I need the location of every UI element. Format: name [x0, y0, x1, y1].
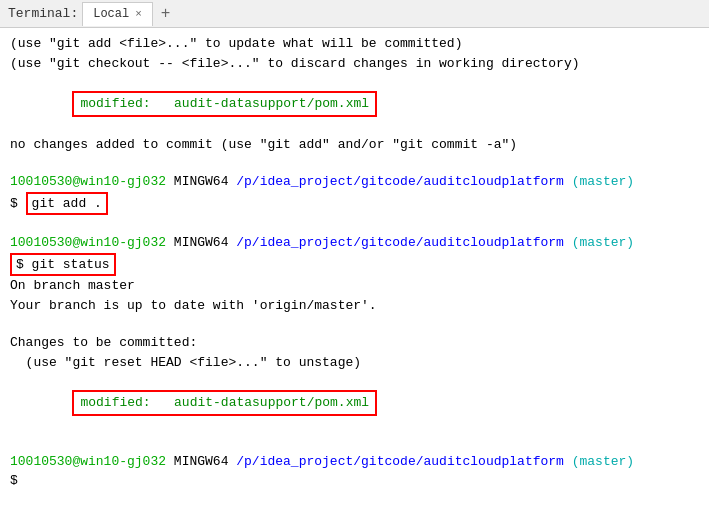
prompt-line: 10010530@win10-gj032 MINGW64 /p/idea_pro… [10, 172, 699, 192]
indent [10, 395, 72, 410]
terminal-line: (use "git add <file>..." to update what … [10, 34, 699, 54]
command-line: $ git add . [10, 192, 699, 216]
modified-line: modified: audit-datasupport/pom.xml [10, 91, 699, 117]
cmd-box: git add . [26, 192, 108, 216]
prompt-path: /p/idea_project/gitcode/auditcloudplatfo… [236, 174, 564, 189]
prompt-path: /p/idea_project/gitcode/auditcloudplatfo… [236, 454, 564, 469]
command-line: $ git status [10, 253, 699, 277]
terminal-line: Your branch is up to date with 'origin/m… [10, 296, 699, 316]
prompt-space: MINGW64 [166, 235, 236, 250]
indent [10, 96, 72, 111]
terminal-line: On branch master [10, 276, 699, 296]
cmd-prefix: $ [10, 196, 26, 211]
terminal-line: $ [10, 471, 699, 491]
tab-bar: Terminal: Local × + [0, 0, 709, 28]
prompt-user: 10010530@win10-gj032 [10, 174, 166, 189]
tab-local[interactable]: Local × [82, 2, 153, 26]
prompt-space: MINGW64 [166, 174, 236, 189]
empty-line [10, 372, 699, 390]
prompt-line: 10010530@win10-gj032 MINGW64 /p/idea_pro… [10, 452, 699, 472]
modified-box: modified: audit-datasupport/pom.xml [72, 91, 377, 117]
tab-close-icon[interactable]: × [135, 8, 142, 20]
prompt-user: 10010530@win10-gj032 [10, 235, 166, 250]
empty-line [10, 154, 699, 172]
terminal-body: (use "git add <file>..." to update what … [0, 28, 709, 530]
prompt-space: MINGW64 [166, 454, 236, 469]
terminal-label: Terminal: [8, 6, 78, 21]
empty-line [10, 416, 699, 434]
prompt-user: 10010530@win10-gj032 [10, 454, 166, 469]
tab-local-label: Local [93, 7, 129, 21]
prompt-branch: (master) [564, 235, 634, 250]
terminal-line: Changes to be committed: [10, 333, 699, 353]
empty-line [10, 215, 699, 233]
prompt-branch: (master) [564, 174, 634, 189]
prompt-line: 10010530@win10-gj032 MINGW64 /p/idea_pro… [10, 233, 699, 253]
terminal-line: (use "git checkout -- <file>..." to disc… [10, 54, 699, 74]
empty-line [10, 315, 699, 333]
terminal-line: (use "git reset HEAD <file>..." to unsta… [10, 353, 699, 373]
empty-line [10, 117, 699, 135]
modified-box: modified: audit-datasupport/pom.xml [72, 390, 377, 416]
empty-line [10, 434, 699, 452]
modified-line: modified: audit-datasupport/pom.xml [10, 390, 699, 416]
cmd-box: $ git status [10, 253, 116, 277]
terminal-line: no changes added to commit (use "git add… [10, 135, 699, 155]
prompt-path: /p/idea_project/gitcode/auditcloudplatfo… [236, 235, 564, 250]
empty-line [10, 73, 699, 91]
prompt-branch: (master) [564, 454, 634, 469]
tab-add-button[interactable]: + [155, 6, 177, 22]
